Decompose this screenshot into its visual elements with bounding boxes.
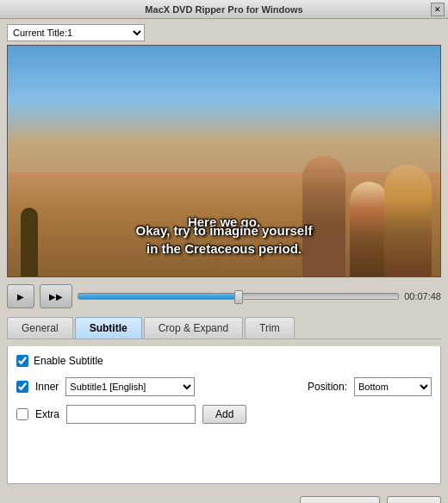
enable-subtitle-label: Enable Subtitle — [34, 355, 103, 367]
position-select[interactable]: BottomTopCenter — [354, 377, 432, 396]
apply-to-all-button[interactable]: Apply to All — [300, 496, 380, 503]
tab-trim[interactable]: Trim — [245, 317, 295, 338]
enable-subtitle-checkbox[interactable] — [16, 355, 28, 367]
title-select[interactable]: Current Title:1 — [7, 24, 145, 41]
fast-forward-button[interactable]: ▶▶ — [40, 284, 72, 308]
bottom-bar: Apply to All Done — [0, 489, 448, 503]
tab-content-subtitle: Enable Subtitle Inner Subtitle1 [English… — [7, 346, 441, 484]
inner-subtitle-row: Inner Subtitle1 [English]Subtitle2 [Fren… — [16, 377, 432, 396]
time-display: 00:07:48 — [404, 291, 441, 301]
tab-crop-expand[interactable]: Crop & Expand — [144, 317, 243, 338]
extra-subtitle-row: Extra Add — [16, 405, 432, 424]
tab-general[interactable]: General — [7, 317, 73, 338]
position-label: Position: — [308, 381, 347, 393]
app-title: MacX DVD Ripper Pro for Windows — [145, 4, 302, 15]
video-preview: Here we go. Okay, try to imagine yoursel… — [7, 45, 441, 277]
done-button[interactable]: Done — [387, 496, 441, 503]
title-bar: MacX DVD Ripper Pro for Windows ✕ — [0, 0, 448, 19]
main-container: Current Title:1 Here we go. Okay, try to… — [0, 19, 448, 489]
extra-checkbox[interactable] — [16, 408, 28, 420]
progress-fill — [78, 294, 239, 299]
subtitle-line-2: Okay, try to imagine yourselfin the Cret… — [8, 221, 440, 258]
progress-bar-container[interactable] — [78, 293, 399, 300]
controls-bar: ▶ ▶▶ 00:07:48 — [7, 283, 441, 310]
title-select-row: Current Title:1 — [7, 24, 441, 41]
enable-subtitle-row: Enable Subtitle — [16, 355, 432, 367]
subtitle-track-select[interactable]: Subtitle1 [English]Subtitle2 [French] — [65, 377, 195, 396]
progress-track[interactable] — [78, 293, 399, 300]
play-button[interactable]: ▶ — [7, 284, 34, 308]
close-button[interactable]: ✕ — [431, 3, 445, 16]
inner-label: Inner — [35, 381, 59, 393]
extra-label: Extra — [35, 408, 59, 420]
progress-thumb[interactable] — [234, 290, 243, 304]
inner-checkbox[interactable] — [16, 381, 28, 393]
tabs-row: General Subtitle Crop & Expand Trim — [7, 317, 441, 339]
tab-subtitle[interactable]: Subtitle — [75, 317, 142, 338]
extra-input[interactable] — [66, 405, 196, 424]
add-subtitle-button[interactable]: Add — [202, 405, 246, 424]
